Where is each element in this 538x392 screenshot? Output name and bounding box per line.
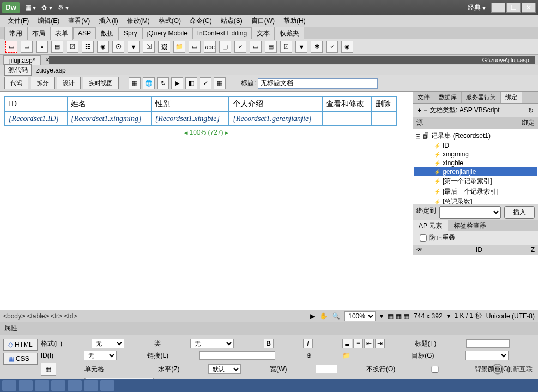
task-item[interactable] [35, 380, 49, 391]
task-item[interactable] [84, 380, 98, 391]
live-code-icon[interactable]: ▦ [129, 77, 141, 89]
zoom-select[interactable]: 100% [344, 311, 376, 321]
minimize-button[interactable]: ─ [491, 3, 505, 13]
radiogroup-icon[interactable]: ⦿ [112, 41, 124, 53]
outdent-button[interactable]: ⇤ [364, 339, 374, 348]
task-item[interactable] [2, 380, 16, 391]
col-delete[interactable]: 删除 [372, 97, 396, 112]
label-icon[interactable]: abc [204, 41, 216, 53]
spry-select-icon[interactable]: ▼ [295, 41, 307, 53]
cell-gender[interactable]: {Recordset1.xingbie} [152, 112, 229, 126]
tab-spry[interactable]: Spry [119, 27, 142, 39]
close-button[interactable]: ✕ [522, 3, 536, 13]
insert-binding-button[interactable]: 插入 [504, 206, 535, 219]
cell-intro[interactable]: {Recordset1.gerenjianjie} [229, 112, 322, 126]
pointer-tool-icon[interactable]: ▶ [310, 312, 315, 320]
col-edit[interactable]: 查看和修改 [322, 97, 372, 112]
ol-button[interactable]: ≡ [353, 339, 363, 348]
workspace-switcher[interactable]: 经典 ▾ [69, 3, 491, 13]
col-gender[interactable]: 性别 [152, 97, 229, 112]
col-name[interactable]: 姓名 [67, 97, 151, 112]
cell-id[interactable]: {Recordset1.ID} [5, 112, 67, 126]
title-input[interactable] [258, 78, 378, 89]
tab-data[interactable]: 数据 [96, 27, 119, 40]
tag-selector[interactable]: <body> <table> <tr> <td> [3, 312, 310, 320]
textarea-icon[interactable]: ▤ [51, 41, 63, 53]
live-view-button[interactable]: 实时视图 [83, 77, 119, 89]
hand-tool-icon[interactable]: ✋ [319, 312, 328, 320]
extend-dd-icon[interactable]: ✿ ▾ [41, 4, 52, 11]
prevent-overlap-checkbox[interactable] [420, 234, 427, 242]
tab-server-behaviors[interactable]: 服务器行为 [462, 92, 501, 103]
textfield-icon[interactable]: ▭ [21, 41, 33, 53]
layout-dd-icon[interactable]: ▦ ▾ [25, 4, 36, 11]
spry-textfield-icon[interactable]: ▭ [250, 41, 262, 53]
tree-item-xingming[interactable]: ⚡xingming [414, 150, 537, 159]
ul-button[interactable]: ≣ [342, 339, 352, 348]
filefield-icon[interactable]: 📁 [173, 41, 185, 53]
link-input[interactable] [199, 351, 275, 360]
add-binding-button[interactable]: + [418, 107, 421, 114]
css-mode-button[interactable]: ▦CSS [3, 353, 38, 365]
cell-edit[interactable] [322, 112, 372, 126]
checkbox-icon[interactable]: ☑ [67, 41, 78, 53]
hidden-icon[interactable]: ▪ [36, 41, 48, 53]
design-view[interactable]: ID 姓名 性别 个人介绍 查看和修改 删除 {Recordset1.ID} {… [0, 92, 413, 310]
menu-format[interactable]: 格式(O) [154, 15, 185, 27]
close-tab-icon[interactable]: × [45, 56, 49, 64]
source-code-button[interactable]: 源代码 [4, 64, 32, 76]
col-intro[interactable]: 个人介绍 [229, 97, 322, 112]
spry-textarea-icon[interactable]: ▤ [265, 41, 277, 53]
menu-view[interactable]: 查看(V) [64, 15, 94, 27]
browse-icon[interactable]: ◧ [185, 77, 197, 89]
refresh-icon[interactable]: ↻ [157, 77, 169, 89]
tab-common[interactable]: 常用 [4, 27, 27, 40]
refresh-bindings-icon[interactable]: ↻ [528, 107, 534, 114]
design-view-button[interactable]: 设计 [57, 77, 81, 89]
task-item[interactable] [68, 380, 82, 391]
tab-text[interactable]: 文本 [252, 27, 275, 40]
bind-to-select[interactable] [439, 206, 501, 219]
tree-root[interactable]: ⊟ 🗐记录集 (Recordset1) [414, 131, 537, 141]
design-table[interactable]: ID 姓名 性别 个人介绍 查看和修改 删除 {Recordset1.ID} {… [4, 96, 397, 126]
spry-confirm-icon[interactable]: ✓ [326, 41, 338, 53]
tree-item-last-index[interactable]: ⚡[最后一个记录索引] [414, 186, 537, 197]
document-tab[interactable]: jiluji.asp* [3, 55, 41, 65]
tab-incontext[interactable]: InContext Editing [192, 27, 252, 39]
menu-edit[interactable]: 编辑(E) [33, 15, 64, 27]
menu-help[interactable]: 帮助(H) [279, 15, 310, 27]
tree-item-xingbie[interactable]: ⚡xingbie [414, 159, 537, 167]
ap-list-body[interactable] [413, 255, 538, 310]
tab-layout[interactable]: 布局 [27, 27, 50, 40]
spry-password-icon[interactable]: ✱ [311, 41, 323, 53]
tree-item-first-index[interactable]: ⚡[第一个记录索引] [414, 176, 537, 186]
tab-asp[interactable]: ASP [73, 27, 96, 39]
tab-database[interactable]: 数据库 [434, 92, 462, 103]
zoom-tool-icon[interactable]: 🔍 [332, 312, 340, 320]
tab-files[interactable]: 文件 [413, 92, 434, 103]
menu-insert[interactable]: 插入(I) [94, 15, 122, 27]
tree-item-gerenjianjie[interactable]: ⚡gerenjianjie [414, 167, 537, 176]
site-dd-icon[interactable]: ⚙ ▾ [58, 4, 69, 11]
menu-commands[interactable]: 命令(C) [185, 15, 216, 27]
canvas-size[interactable]: 744 x 392 [414, 312, 443, 320]
menu-file[interactable]: 文件(F) [3, 15, 33, 27]
cell-name[interactable]: {Recordset1.xingming} [67, 112, 151, 126]
task-item[interactable] [51, 380, 65, 391]
task-item[interactable] [19, 380, 33, 391]
imagefield-icon[interactable]: 🖼 [158, 41, 170, 53]
options-icon[interactable]: ✓ [200, 77, 211, 89]
italic-button[interactable]: I [303, 339, 313, 348]
visual-aids-icon[interactable]: ▦ [214, 77, 226, 89]
indent-button[interactable]: ⇥ [375, 339, 385, 348]
width-input[interactable] [316, 365, 337, 373]
col-id[interactable]: ID [5, 97, 67, 112]
tree-item-total-records[interactable]: ⚡[总记录数] [414, 197, 537, 204]
bindings-tree[interactable]: ⊟ 🗐记录集 (Recordset1) ⚡ID ⚡xingming ⚡xingb… [413, 129, 538, 204]
select-icon[interactable]: ▼ [128, 41, 140, 53]
link-browse-icon[interactable]: 📁 [342, 352, 377, 359]
cell-delete[interactable] [372, 112, 396, 126]
task-item[interactable] [100, 380, 114, 391]
tab-bindings[interactable]: 绑定 [501, 92, 522, 103]
horiz-select[interactable]: 默认 [208, 364, 241, 374]
